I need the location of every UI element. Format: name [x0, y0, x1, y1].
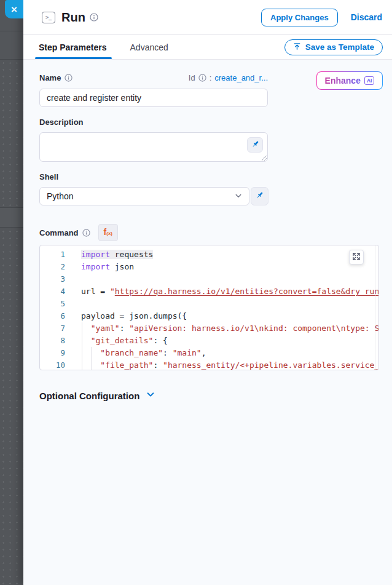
- line-number: 3: [40, 273, 73, 285]
- description-textarea[interactable]: [39, 132, 268, 162]
- code-line[interactable]: 2import json: [40, 261, 378, 273]
- enhance-label: Enhance: [325, 76, 361, 86]
- save-as-template-button[interactable]: Save as Template: [284, 39, 383, 55]
- step-id-display: Id : create_and_r...: [189, 73, 268, 82]
- code-token: ": [110, 287, 115, 296]
- shell-select[interactable]: Python: [39, 187, 249, 205]
- code-token: https://qa.harness.io/v1/entities?conver…: [115, 287, 378, 296]
- run-step-icon: >_: [42, 12, 55, 23]
- code-line-text: [73, 298, 378, 310]
- drawer-header: >_ Run Apply Changes Discard: [23, 0, 392, 35]
- fx-expression-button[interactable]: f(x): [98, 224, 118, 241]
- resize-handle[interactable]: [261, 155, 267, 161]
- code-line[interactable]: 7 "yaml": "apiVersion: harness.io/v1\nki…: [40, 322, 378, 335]
- expand-editor-button[interactable]: [349, 250, 364, 265]
- tab-bar: Step Parameters Advanced Save as Templat…: [23, 35, 392, 60]
- expand-icon: [353, 253, 360, 262]
- line-number: 7: [40, 322, 73, 335]
- pin-icon: [251, 140, 260, 151]
- code-line-text: import requests: [73, 249, 378, 261]
- line-number: 5: [40, 298, 73, 310]
- code-token: [81, 324, 91, 333]
- close-drawer-button[interactable]: ×: [5, 0, 23, 18]
- info-icon[interactable]: [198, 74, 206, 82]
- code-line-text: "yaml": "apiVersion: harness.io/v1\nkind…: [73, 322, 378, 335]
- code-token: url =: [81, 287, 110, 296]
- description-field-wrap: [39, 132, 268, 162]
- pin-description-button[interactable]: [247, 137, 263, 153]
- code-line[interactable]: 3: [40, 273, 378, 285]
- code-token: "git_details": [91, 336, 154, 345]
- save-as-template-label: Save as Template: [305, 42, 374, 52]
- canvas-dot-grid: [0, 228, 23, 585]
- enhance-ai-button[interactable]: Enhance AI: [316, 71, 383, 90]
- code-token: import: [81, 250, 110, 259]
- step-parameters-content: Name Id : create_and_r... Enhance AI Des…: [23, 60, 392, 585]
- canvas-divider: [0, 59, 23, 60]
- tab-label: Step Parameters: [39, 42, 107, 52]
- code-line-text: "git_details": {: [73, 335, 378, 347]
- info-icon[interactable]: [90, 13, 98, 22]
- optional-configuration-toggle[interactable]: Optional Configuration: [39, 390, 392, 401]
- code-line[interactable]: 6payload = json.dumps({: [40, 310, 378, 322]
- code-token: "main": [173, 348, 202, 357]
- id-value[interactable]: create_and_r...: [214, 73, 268, 82]
- canvas-divider: [0, 31, 23, 31]
- code-line[interactable]: 4url = "https://qa.harness.io/v1/entitie…: [40, 285, 378, 298]
- id-label: Id: [189, 73, 195, 82]
- apply-changes-button[interactable]: Apply Changes: [261, 9, 338, 26]
- line-number: 8: [40, 335, 73, 347]
- indent-guide: [91, 347, 92, 370]
- shell-selected-value: Python: [47, 191, 74, 201]
- canvas-band: [0, 207, 23, 228]
- code-token: "apiVersion: harness.io/v1\nkind: compon…: [129, 324, 378, 333]
- code-line-text: "file_path": "harness_entity/<+pipeline.…: [73, 359, 378, 370]
- code-line[interactable]: 8 "git_details": {: [40, 335, 378, 347]
- discard-button[interactable]: Discard: [351, 12, 382, 22]
- code-token: "harness_entity/<+pipeline.variables.ser…: [163, 360, 378, 370]
- fx-sub: (x): [106, 231, 112, 236]
- command-label-group: Command: [39, 228, 90, 237]
- line-number: 2: [40, 261, 73, 273]
- code-line[interactable]: 1import requests: [40, 249, 378, 261]
- pin-icon: [255, 191, 264, 202]
- tab-advanced[interactable]: Advanced: [130, 35, 168, 59]
- code-token: :: [120, 324, 130, 333]
- code-token: :: [163, 348, 173, 357]
- code-line[interactable]: 5: [40, 298, 378, 310]
- code-token: [81, 336, 91, 345]
- chevron-down-icon: [235, 191, 242, 201]
- line-number: 6: [40, 310, 73, 322]
- code-line-text: import json: [73, 261, 378, 273]
- indent-guide: [82, 322, 82, 370]
- code-token: ,: [202, 348, 206, 357]
- tab-step-parameters[interactable]: Step Parameters: [39, 35, 107, 59]
- code-token: payload = json.dumps({: [81, 311, 187, 320]
- code-token: "branch_name": [100, 348, 163, 357]
- info-icon[interactable]: [65, 74, 73, 82]
- line-number: 9: [40, 347, 73, 359]
- code-token: json: [110, 262, 134, 271]
- name-label-group: Name: [39, 73, 73, 82]
- command-label: Command: [39, 228, 79, 237]
- line-number: 1: [40, 249, 73, 261]
- info-icon[interactable]: [82, 229, 90, 237]
- description-label: Description: [39, 117, 392, 127]
- upload-icon: [293, 42, 301, 52]
- chevron-down-icon: [146, 390, 155, 401]
- close-icon: ×: [11, 4, 17, 15]
- code-line-text: payload = json.dumps({: [73, 310, 378, 322]
- name-input[interactable]: [39, 89, 268, 107]
- step-title: Run: [61, 10, 85, 25]
- code-line-text: url = "https://qa.harness.io/v1/entities…: [73, 285, 378, 298]
- editor-scroll-gutter: [375, 245, 375, 370]
- command-code-editor[interactable]: 1import requests2import json34url = "htt…: [39, 245, 379, 370]
- code-token: requests: [110, 250, 153, 259]
- id-colon: :: [210, 73, 212, 82]
- optional-configuration-label: Optional Configuration: [39, 391, 139, 401]
- ai-badge: AI: [364, 76, 375, 85]
- pin-shell-button[interactable]: [251, 187, 269, 205]
- tab-label: Advanced: [130, 42, 168, 52]
- pipeline-canvas-strip: [0, 0, 23, 585]
- step-config-drawer: >_ Run Apply Changes Discard Step Parame…: [23, 0, 392, 585]
